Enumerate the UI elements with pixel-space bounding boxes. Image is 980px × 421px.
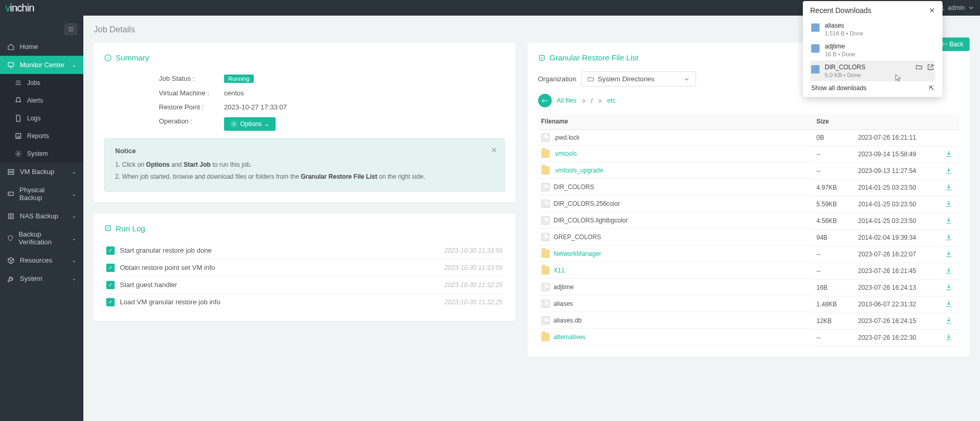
col-date[interactable] — [855, 114, 938, 130]
date-cell: 2023-07-26 16:21:11 — [855, 130, 938, 146]
menu-icon — [67, 26, 75, 33]
download-item[interactable]: adjtime16 B • Done — [810, 40, 935, 60]
table-row[interactable]: GREP_COLORS94B2014-02-04 19:39:34 — [538, 229, 960, 246]
folder-icon — [541, 150, 550, 158]
open-external-icon[interactable]: ⇱ — [929, 84, 934, 92]
runlog-time: 2023-10-30 11:33:59 — [444, 247, 502, 254]
table-row[interactable]: .vmtools--2023-09-14 15:58:49 — [538, 146, 960, 163]
filename-cell[interactable]: X11 — [538, 263, 814, 279]
download-icon[interactable] — [945, 150, 952, 157]
filename-cell[interactable]: alternatives — [538, 329, 814, 345]
sidebar-item-nas-backup[interactable]: NAS Backup⌄ — [0, 207, 83, 225]
runlog-item: ✓Load VM granular restore job info2023-1… — [104, 294, 505, 311]
chevron-down-icon: ⌄ — [72, 62, 76, 68]
table-row[interactable]: DIR_COLORS.256color5.59KB2014-01-25 03:2… — [538, 196, 960, 213]
filename-cell[interactable]: .vmtools_upgrade — [538, 163, 814, 179]
download-icon[interactable] — [945, 300, 952, 307]
runlog-text: Load VM granular restore job info — [120, 298, 220, 306]
sidebar-toggle[interactable] — [65, 23, 77, 35]
organization-select[interactable]: System Directories — [581, 71, 696, 86]
download-icon[interactable] — [945, 183, 952, 191]
table-row[interactable]: aliases1.48KB2013-06-07 22:31:32 — [538, 296, 960, 313]
notice-box: × Notice 1. Click on Options and Start J… — [104, 138, 505, 192]
filename-cell[interactable]: DIR_COLORS — [538, 179, 814, 195]
table-row[interactable]: DIR_COLORS4.97KB2014-01-25 03:23:50 — [538, 179, 960, 196]
download-icon[interactable] — [945, 217, 952, 224]
folder-icon[interactable] — [915, 64, 923, 71]
show-all-downloads[interactable]: Show all downloads — [811, 84, 866, 92]
file-icon — [15, 115, 22, 122]
sidebar-item-alerts[interactable]: Alerts — [0, 92, 83, 109]
monitor-icon — [7, 61, 15, 69]
filename-cell[interactable]: NetworkManager — [538, 246, 814, 262]
download-icon[interactable] — [945, 250, 952, 257]
download-icon[interactable] — [945, 200, 952, 207]
table-row[interactable]: aliases.db12KB2023-07-26 16:24:15 — [538, 313, 960, 329]
table-row[interactable]: .pwd.lock0B2023-07-26 16:21:11 — [538, 130, 960, 146]
download-item[interactable]: aliases1,518 B • Done — [810, 19, 935, 40]
col-filename[interactable]: Filename — [538, 114, 814, 130]
bell-icon — [15, 97, 22, 104]
download-icon[interactable] — [945, 317, 952, 324]
sidebar-item-logs[interactable]: Logs — [0, 109, 83, 127]
open-external-icon[interactable] — [927, 64, 934, 71]
svg-rect-5 — [8, 192, 14, 196]
date-cell: 2014-01-25 03:23:50 — [855, 213, 938, 229]
sidebar-item-vm-backup[interactable]: VM Backup⌄ — [0, 163, 83, 181]
runlog-time: 2023-10-30 11:32:25 — [444, 299, 502, 306]
file-icon — [541, 233, 550, 241]
download-icon[interactable] — [945, 233, 952, 241]
sidebar-item-backup-verification[interactable]: Backup Verification⌄ — [0, 225, 83, 251]
filename-cell[interactable]: DIR_COLORS.lightbgcolor — [538, 213, 814, 229]
filename-cell[interactable]: aliases — [538, 296, 814, 312]
sidebar-item-resources[interactable]: Resources⌄ — [0, 251, 83, 269]
download-icon[interactable] — [945, 167, 952, 174]
table-row[interactable]: NetworkManager--2023-07-26 16:22:07 — [538, 246, 960, 263]
download-icon[interactable] — [945, 267, 952, 274]
download-icon[interactable] — [945, 333, 952, 341]
hdd-icon — [7, 190, 14, 197]
svg-point-6 — [9, 193, 10, 194]
filename-cell[interactable]: .pwd.lock — [538, 130, 814, 146]
runlog-item: ✓Start granular restore job done2023-10-… — [104, 242, 505, 259]
breadcrumb-current[interactable]: etc — [607, 97, 615, 104]
table-row[interactable]: alternatives--2023-07-26 16:22:30 — [538, 329, 960, 346]
sidebar-item-jobs[interactable]: Jobs — [0, 74, 83, 92]
close-icon[interactable]: ✕ — [929, 6, 935, 15]
size-cell: 4.56KB — [813, 213, 855, 229]
table-row[interactable]: .vmtools_upgrade--2023-09-13 11:27:54 — [538, 163, 960, 179]
breadcrumb-back[interactable]: 🡠 — [538, 94, 552, 107]
download-icon[interactable] — [945, 283, 952, 291]
size-cell: 1.48KB — [813, 296, 855, 313]
downloads-title: Recent Downloads — [810, 6, 872, 15]
check-icon: ✓ — [106, 281, 115, 289]
download-item[interactable]: DIR_COLORS5.0 KB • Done — [810, 60, 935, 81]
breadcrumb-root[interactable]: All files — [557, 97, 577, 104]
gear-icon — [15, 150, 22, 157]
table-row[interactable]: adjtime16B2023-07-26 16:24:13 — [538, 279, 960, 296]
sidebar-item-system[interactable]: System⌄ — [0, 269, 83, 288]
close-icon[interactable]: × — [491, 145, 497, 156]
sidebar-item-physical-backup[interactable]: Physical Backup⌄ — [0, 181, 83, 207]
filename-cell[interactable]: DIR_COLORS.256color — [538, 196, 814, 212]
sidebar-item-monitor-center[interactable]: Monitor Center⌄ — [0, 56, 83, 74]
sidebar-item-home[interactable]: Home — [0, 38, 83, 56]
filename-cell[interactable]: GREP_COLORS — [538, 229, 814, 245]
sidebar-item-reports[interactable]: Reports — [0, 127, 83, 145]
size-cell: -- — [813, 246, 855, 263]
sidebar-item-label: Backup Verification — [19, 230, 67, 246]
filename-cell[interactable]: adjtime — [538, 279, 814, 295]
sidebar-item-system[interactable]: System — [0, 145, 83, 163]
notice-body: 1. Click on Options and Start Job to run… — [115, 159, 494, 183]
filename-cell[interactable]: .vmtools — [538, 146, 814, 162]
restore-icon — [538, 54, 545, 61]
options-button[interactable]: Options ⌄ — [224, 117, 276, 131]
table-row[interactable]: DIR_COLORS.lightbgcolor4.56KB2014-01-25 … — [538, 213, 960, 229]
server-icon — [7, 168, 15, 176]
table-row[interactable]: X11--2023-07-26 16:21:45 — [538, 263, 960, 279]
recent-downloads-popup: Recent Downloads ✕ aliases1,518 B • Done… — [803, 1, 942, 97]
runlog-panel: Run Log ✓Start granular restore job done… — [94, 214, 515, 321]
filename-cell[interactable]: aliases.db — [538, 313, 814, 329]
user-menu[interactable]: admin — [938, 4, 975, 11]
col-size[interactable]: Size — [813, 114, 855, 130]
